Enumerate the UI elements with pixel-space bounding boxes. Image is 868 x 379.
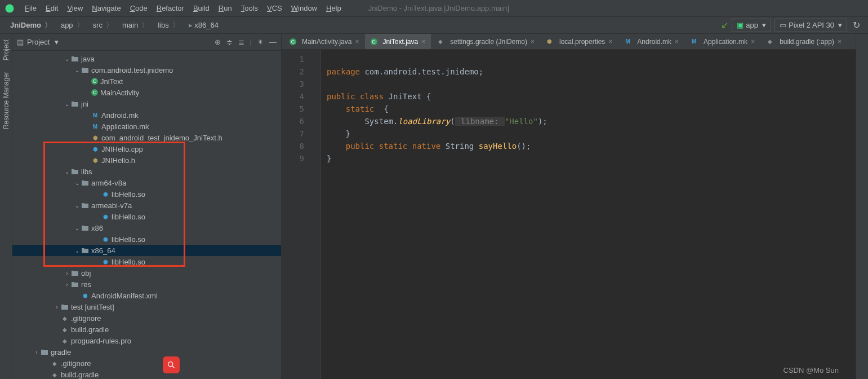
breadcrumb-item[interactable]: src bbox=[88, 20, 118, 30]
menu-help[interactable]: Help bbox=[322, 2, 346, 15]
refresh-icon[interactable]: ↻ bbox=[851, 20, 862, 30]
expand-all-icon[interactable]: ≑ bbox=[226, 38, 233, 46]
tree-item[interactable]: ⌄libs bbox=[12, 166, 281, 177]
breadcrumb-item[interactable]: libs bbox=[153, 20, 184, 30]
tree-item[interactable]: ›test [unitTest] bbox=[12, 301, 281, 312]
so-icon: ⬢ bbox=[101, 258, 109, 266]
tree-item[interactable]: ⬢libHello.so bbox=[12, 211, 281, 222]
menu-refactor[interactable]: Refactor bbox=[152, 2, 189, 15]
run-config-button[interactable]: ▣app▾ bbox=[732, 19, 771, 32]
hide-panel-icon[interactable]: — bbox=[269, 38, 277, 46]
tree-item[interactable]: ⌄java bbox=[12, 53, 281, 64]
close-tab-icon[interactable]: × bbox=[675, 38, 679, 46]
tree-item[interactable]: ⬢libHello.so bbox=[12, 256, 281, 267]
tree-item[interactable]: ⬢JNIHello.cpp bbox=[12, 143, 281, 155]
menu-tools[interactable]: Tools bbox=[237, 2, 262, 15]
menu-file[interactable]: File bbox=[20, 2, 41, 15]
editor-tab[interactable]: ◆settings.gradle (JniDemo)× bbox=[431, 34, 540, 49]
menu-edit[interactable]: Edit bbox=[41, 2, 63, 15]
tree-item[interactable]: ›obj bbox=[12, 267, 281, 279]
editor-tab[interactable]: CJniText.java× bbox=[365, 34, 431, 49]
tree-item[interactable]: ›res bbox=[12, 279, 281, 290]
sync-icon[interactable]: ↙ bbox=[721, 20, 728, 30]
editor-tab[interactable]: MApplication.mk× bbox=[684, 34, 760, 49]
tree-item[interactable]: MAndroid.mk bbox=[12, 109, 281, 121]
m-icon: M bbox=[690, 38, 698, 46]
project-tool-button[interactable]: Project bbox=[2, 39, 10, 60]
menubar: FileEditViewNavigateCodeRefactorBuildRun… bbox=[0, 0, 868, 17]
tree-item[interactable]: ⬢libHello.so bbox=[12, 233, 281, 245]
panel-dropdown-icon[interactable]: ▾ bbox=[55, 38, 59, 46]
search-fab[interactable] bbox=[163, 356, 180, 373]
tree-item[interactable]: CMainActivity bbox=[12, 87, 281, 98]
tree-item[interactable]: ◆.gitignore bbox=[12, 312, 281, 324]
tree-item[interactable]: ⌄armeabi-v7a bbox=[12, 200, 281, 211]
editor-tab[interactable]: CMainActivity.java× bbox=[284, 34, 365, 49]
expander-icon[interactable]: ⌄ bbox=[73, 225, 81, 231]
tree-item[interactable]: ⬢libHello.so bbox=[12, 188, 281, 200]
expander-icon[interactable]: › bbox=[63, 281, 71, 288]
tree-item[interactable]: ⌄arm64-v8a bbox=[12, 177, 281, 188]
expander-icon[interactable]: › bbox=[33, 349, 41, 355]
close-tab-icon[interactable]: × bbox=[838, 38, 842, 46]
breadcrumb-item[interactable]: app bbox=[56, 20, 88, 30]
close-tab-icon[interactable]: × bbox=[355, 38, 359, 46]
expander-icon[interactable]: ⌄ bbox=[73, 180, 81, 186]
editor-tab[interactable]: MAndroid.mk× bbox=[618, 34, 684, 49]
tree-item[interactable]: ⌄x86_64 bbox=[12, 245, 281, 256]
breadcrumb-item[interactable]: main bbox=[118, 20, 153, 30]
so-icon: ⬢ bbox=[81, 292, 89, 299]
expander-icon[interactable]: › bbox=[53, 304, 61, 310]
tree-item[interactable]: MApplication.mk bbox=[12, 121, 281, 132]
expander-icon[interactable]: ⌄ bbox=[63, 101, 71, 107]
editor-tab[interactable]: ◆build.gradle (:app)× bbox=[760, 34, 847, 49]
tree-item[interactable]: ⬢AndroidManifest.xml bbox=[12, 290, 281, 301]
folder-icon bbox=[71, 55, 79, 63]
editor[interactable]: 123456789 package com.android.test.jnide… bbox=[282, 50, 856, 379]
breadcrumb-item[interactable]: JniDemo bbox=[6, 20, 56, 30]
menu-view[interactable]: View bbox=[63, 2, 87, 15]
expander-icon[interactable]: › bbox=[63, 270, 71, 276]
tree-item[interactable]: ›gradle bbox=[12, 346, 281, 358]
menu-navigate[interactable]: Navigate bbox=[87, 2, 125, 15]
menu-vcs[interactable]: VCS bbox=[262, 2, 287, 15]
expander-icon[interactable]: ⌄ bbox=[63, 56, 71, 62]
tree-label: Application.mk bbox=[101, 122, 149, 131]
close-tab-icon[interactable]: × bbox=[751, 38, 755, 46]
tree-item[interactable]: ⌄jni bbox=[12, 98, 281, 109]
close-tab-icon[interactable]: × bbox=[608, 38, 612, 46]
tree-item[interactable]: ⌄com.android.test.jnidemo bbox=[12, 64, 281, 76]
magnify-icon bbox=[167, 360, 176, 369]
device-selector-button[interactable]: ▭Pixel 2 API 30▾ bbox=[774, 19, 847, 32]
expander-icon[interactable]: ⌄ bbox=[73, 202, 81, 209]
select-opened-icon[interactable]: ⊕ bbox=[215, 38, 221, 46]
menu-code[interactable]: Code bbox=[126, 2, 152, 15]
folder-icon bbox=[71, 280, 79, 288]
tree-item[interactable]: CJniText bbox=[12, 76, 281, 87]
expander-icon[interactable]: ⌄ bbox=[73, 67, 81, 73]
menu-run[interactable]: Run bbox=[214, 2, 237, 15]
code-area[interactable]: package com.android.test.jnidemo; public… bbox=[321, 50, 856, 379]
folder-icon bbox=[81, 66, 89, 74]
breadcrumb-item[interactable]: ▸ x86_64 bbox=[184, 20, 223, 30]
tree-item[interactable]: ◆build.gradle bbox=[12, 369, 281, 379]
editor-tab[interactable]: ⬢local.properties× bbox=[540, 34, 618, 49]
close-tab-icon[interactable]: × bbox=[531, 38, 535, 46]
collapse-all-icon[interactable]: ≣ bbox=[238, 38, 244, 46]
settings-icon[interactable]: ✴ bbox=[257, 38, 264, 46]
close-tab-icon[interactable]: × bbox=[421, 38, 425, 46]
tree-item[interactable]: ◆build.gradle bbox=[12, 324, 281, 335]
tree-item[interactable]: ⌄x86 bbox=[12, 222, 281, 233]
panel-title[interactable]: Project bbox=[27, 38, 50, 46]
tree-item[interactable]: ⬢com_android_test_jnidemo_JniText.h bbox=[12, 132, 281, 143]
expander-icon[interactable]: ⌄ bbox=[63, 169, 71, 175]
resource-manager-button[interactable]: Resource Manager bbox=[2, 72, 10, 129]
tree-item[interactable]: ⬢JNIHello.h bbox=[12, 155, 281, 166]
expander-icon[interactable]: ⌄ bbox=[73, 248, 81, 254]
menu-build[interactable]: Build bbox=[189, 2, 214, 15]
menu-window[interactable]: Window bbox=[287, 2, 322, 15]
project-tree[interactable]: ⌄java⌄com.android.test.jnidemoCJniTextCM… bbox=[12, 51, 281, 379]
tree-item[interactable]: ◆.gitignore bbox=[12, 358, 281, 369]
tree-label: gradle bbox=[51, 348, 71, 356]
tree-item[interactable]: ◆proguard-rules.pro bbox=[12, 335, 281, 346]
